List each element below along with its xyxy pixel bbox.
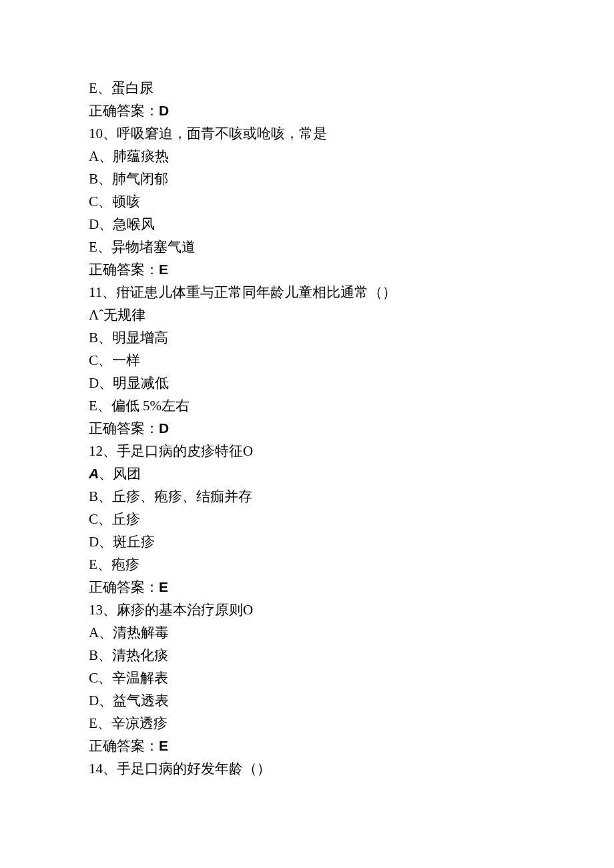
answer-prefix: 正确答案：	[89, 420, 159, 436]
option-letter: A	[89, 466, 99, 481]
line-text: C、丘疹	[89, 511, 140, 527]
text-line: Λˆ无规律	[89, 304, 614, 326]
text-line: B、清热化痰	[89, 644, 614, 667]
answer-letter: D	[159, 103, 169, 118]
answer-letter: E	[159, 262, 168, 277]
text-line: D、斑丘疹	[89, 530, 614, 553]
text-line: 正确答案：D	[89, 417, 614, 440]
text-line: 10、呼吸窘迫，面青不咳或呛咳，常是	[89, 122, 614, 145]
text-line: 正确答案：E	[89, 258, 614, 281]
document-page: E、蛋白尿正确答案：D10、呼吸窘迫，面青不咳或呛咳，常是A、肺蕴痰热B、肺气闭…	[0, 0, 614, 868]
text-line: B、丘疹、疱疹、结痂并存	[89, 485, 614, 508]
line-text: E、疱疹	[89, 556, 139, 572]
line-text: B、丘疹、疱疹、结痂并存	[89, 488, 252, 504]
line-text: C、一样	[89, 352, 140, 368]
text-line: A、肺蕴痰热	[89, 145, 614, 167]
answer-prefix: 正确答案：	[89, 579, 159, 595]
line-text: A、清热解毒	[89, 624, 169, 640]
line-text: 12、手足口病的皮疹特征O	[89, 443, 253, 459]
text-line: E、偏低 5%左右	[89, 394, 614, 417]
text-line: 正确答案：E	[89, 735, 614, 757]
answer-letter: E	[159, 738, 168, 753]
line-text: C、顿咳	[89, 193, 140, 209]
text-line: D、明显减低	[89, 372, 614, 394]
line-text: 10、呼吸窘迫，面青不咳或呛咳，常是	[89, 125, 327, 141]
line-text: E、蛋白尿	[89, 80, 154, 96]
answer-prefix: 正确答案：	[89, 103, 159, 119]
line-text: D、明显减低	[89, 375, 169, 391]
text-line: E、蛋白尿	[89, 77, 614, 99]
text-line: 11、疳证患儿体重与正常同年龄儿童相比通常（）	[89, 281, 614, 304]
text-line: E、异物堵塞气道	[89, 236, 614, 258]
text-line: E、辛凉透疹	[89, 712, 614, 735]
line-text: B、明显增高	[89, 330, 168, 346]
line-text: Λˆ无规律	[89, 307, 145, 323]
line-text: E、异物堵塞气道	[89, 239, 196, 255]
line-text: D、斑丘疹	[89, 534, 155, 550]
text-line: D、急喉风	[89, 213, 614, 236]
text-line: C、一样	[89, 349, 614, 372]
line-text: E、辛凉透疹	[89, 715, 168, 731]
text-line: A、风团	[89, 462, 614, 485]
line-text: 14、手足口病的好发年龄（）	[89, 761, 271, 777]
text-line: E、疱疹	[89, 553, 614, 576]
line-text: B、清热化痰	[89, 647, 168, 663]
line-text: 13、麻疹的基本治疗原则O	[89, 602, 253, 618]
text-line: 13、麻疹的基本治疗原则O	[89, 598, 614, 621]
text-line: A、清热解毒	[89, 621, 614, 644]
text-line: 14、手足口病的好发年龄（）	[89, 757, 614, 780]
text-line: C、辛温解表	[89, 667, 614, 689]
line-text: 11、疳证患儿体重与正常同年龄儿童相比通常（）	[89, 284, 396, 300]
option-text: 、风团	[99, 466, 141, 482]
text-line: C、丘疹	[89, 508, 614, 530]
line-text: B、肺气闭郁	[89, 171, 168, 187]
line-text: C、辛温解表	[89, 670, 168, 686]
line-text: D、益气透表	[89, 693, 169, 709]
line-text: E、偏低 5%左右	[89, 398, 190, 414]
text-line: 正确答案：E	[89, 576, 614, 598]
text-line: 正确答案：D	[89, 99, 614, 122]
answer-prefix: 正确答案：	[89, 262, 159, 278]
text-line: B、明显增高	[89, 326, 614, 349]
answer-letter: D	[159, 420, 169, 436]
text-line: B、肺气闭郁	[89, 167, 614, 190]
line-text: A、肺蕴痰热	[89, 148, 169, 164]
text-line: C、顿咳	[89, 190, 614, 213]
line-text: D、急喉风	[89, 216, 155, 232]
text-line: D、益气透表	[89, 689, 614, 712]
answer-prefix: 正确答案：	[89, 738, 159, 754]
answer-letter: E	[159, 579, 168, 594]
text-line: 12、手足口病的皮疹特征O	[89, 440, 614, 462]
